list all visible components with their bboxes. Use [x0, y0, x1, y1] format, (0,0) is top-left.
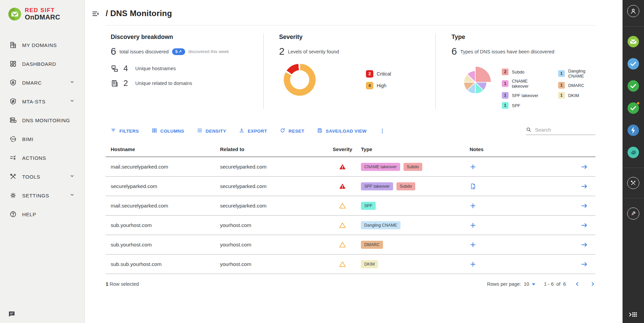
type-legend-item: 1DMARC — [558, 82, 595, 89]
sidebar-item-help[interactable]: HELP — [0, 205, 85, 224]
add-note-icon[interactable] — [470, 222, 476, 229]
tools-app-icon[interactable] — [627, 177, 639, 189]
type-legend-item: 1SPF — [502, 102, 539, 109]
severity-legend-label: High — [377, 83, 386, 88]
severity-legend-label: Critical — [377, 71, 391, 77]
column-header-hostname[interactable]: Hostname — [111, 146, 220, 152]
type-legend-label: DMARC — [568, 83, 584, 88]
related-to-cell: yourhost.com — [220, 242, 324, 248]
column-header-related-to[interactable]: Related to — [220, 146, 324, 152]
brand-logo: RED SIFT OnDMARC — [0, 0, 85, 21]
discovery-stat: 4Unique hostnames — [111, 64, 263, 73]
sidebar-item-dmarc[interactable]: DMARC — [0, 73, 85, 92]
add-note-icon[interactable] — [470, 164, 476, 170]
dns-monitoring-icon — [9, 117, 17, 124]
save-load-view-button[interactable]: SAVE/LOAD VIEW — [317, 128, 367, 134]
table-row[interactable]: mail.securelyparked.comsecurelyparked.co… — [106, 157, 595, 177]
apps-grid-icon[interactable] — [623, 311, 644, 318]
row-detail-arrow-icon[interactable] — [581, 222, 595, 229]
row-detail-arrow-icon[interactable] — [581, 261, 595, 268]
discovery-card-title: Discovery breakdown — [111, 34, 263, 41]
severity-legend-count-badge: 2 — [366, 70, 373, 78]
type-legend-label: CNAME takeover — [512, 79, 539, 89]
table-row[interactable]: securelyparked.comsecurelyparked.comSPF … — [106, 177, 595, 196]
discovery-stat-value: 2 — [123, 79, 128, 88]
row-detail-arrow-icon[interactable] — [581, 163, 595, 171]
column-header-severity[interactable]: Severity — [324, 146, 361, 152]
next-page-icon[interactable] — [590, 281, 595, 287]
reset-icon — [280, 128, 285, 134]
row-detail-arrow-icon[interactable] — [581, 183, 595, 190]
hostname-cell: mail.securelyparked.com — [111, 203, 220, 209]
sidebar-item-label: TOOLS — [22, 174, 40, 180]
hostname-cell: sub.sub.yourhost.com — [111, 261, 220, 267]
related-to-cell: securelyparked.com — [220, 164, 324, 170]
sidebar-item-bimi[interactable]: LOGOBIMI — [0, 130, 85, 148]
severity-card-title: Severity — [279, 34, 435, 41]
type-legend-label: Subdo — [512, 70, 525, 75]
discovery-stat-label: Unique hostnames — [135, 66, 176, 71]
radar-app-icon[interactable] — [627, 146, 639, 158]
sidebar-item-my-domains[interactable]: MY DOMAINS — [0, 36, 85, 54]
filters-button[interactable]: FILTERS — [111, 128, 139, 134]
rocket-app-icon[interactable] — [627, 207, 639, 220]
sidebar-item-actions[interactable]: ACTIONS — [0, 148, 85, 167]
export-button[interactable]: EXPORT — [239, 128, 267, 134]
type-legend: 2Subdo1CNAME takeover1SPF takeover1SPF 1… — [502, 68, 595, 109]
type-count-value: 6 — [451, 46, 457, 57]
toolbar-button-label: DENSITY — [206, 129, 226, 134]
row-detail-arrow-icon[interactable] — [581, 241, 595, 248]
chevron-down-icon — [70, 192, 74, 198]
sidebar-item-dns-monitoring[interactable]: DNS MONITORING — [0, 111, 85, 130]
rows-per-page-select[interactable]: Rows per page: 10 — [487, 281, 535, 287]
toolbar-button-label: RESET — [288, 129, 304, 134]
sidebar-item-dashboard[interactable]: DASHBOARD — [0, 54, 85, 73]
type-chips: DMARC — [361, 241, 470, 249]
view-note-icon[interactable] — [470, 183, 476, 190]
severity-legend-count-badge: 4 — [366, 82, 373, 89]
density-button[interactable]: DENSITY — [197, 128, 226, 134]
type-legend-count-badge: 1 — [502, 92, 508, 99]
sidebar-item-mta-sts[interactable]: MTA-STS — [0, 92, 85, 111]
type-chips: SPF — [361, 202, 470, 210]
table-row[interactable]: mail.securelyparked.comsecurelyparked.co… — [106, 196, 595, 216]
check-green-notify-app-icon[interactable] — [627, 102, 639, 114]
type-legend-item: 1Dangling CNAME — [558, 68, 595, 79]
row-detail-arrow-icon[interactable] — [581, 202, 595, 210]
severity-card: Severity 2 Levels of severity found 2Cri… — [263, 34, 435, 109]
sidebar-item-label: BIMI — [22, 136, 34, 142]
sidebar-item-settings[interactable]: SETTINGS — [0, 186, 85, 205]
column-header-type[interactable]: Type — [361, 146, 470, 152]
account-icon[interactable] — [627, 5, 639, 17]
sidebar-item-tools[interactable]: TOOLS — [0, 167, 85, 186]
table-row[interactable]: sub.sub.yourhost.comyourhost.comDKIM — [106, 255, 595, 274]
add-note-icon[interactable] — [470, 261, 476, 268]
chat-launcher-icon[interactable] — [8, 310, 15, 318]
search-input[interactable] — [535, 127, 595, 133]
rail-divider — [623, 198, 644, 198]
add-note-icon[interactable] — [470, 241, 476, 248]
type-legend-item: 2Subdo — [502, 68, 539, 75]
actions-icon — [9, 154, 17, 162]
table-row[interactable]: sub.yourhost.comyourhost.comDMARC — [106, 235, 595, 255]
hostname-cell: securelyparked.com — [111, 183, 220, 189]
column-header-notes[interactable]: Notes — [470, 146, 570, 152]
ondmarc-app-icon[interactable] — [627, 36, 639, 48]
bolt-app-icon[interactable] — [627, 124, 639, 136]
reset-button[interactable]: RESET — [280, 128, 304, 134]
previous-page-icon[interactable] — [575, 281, 580, 287]
discovery-stat-label: Unique related to domains — [135, 81, 192, 86]
sidebar-item-label: DNS MONITORING — [22, 118, 70, 123]
table-row[interactable]: sub.yourhost.comyourhost.comDangling CNA… — [106, 216, 595, 235]
domains-building-icon — [111, 79, 119, 87]
check-blue-app-icon[interactable] — [627, 58, 639, 70]
add-note-icon[interactable] — [470, 202, 476, 209]
page-header: / DNS Monitoring — [106, 0, 595, 26]
toolbar-button-label: COLUMNS — [160, 129, 184, 134]
columns-button[interactable]: COLUMNS — [152, 128, 184, 134]
sidebar-collapse-icon[interactable] — [92, 10, 99, 17]
filter-icon — [111, 128, 116, 134]
more-options-icon[interactable] — [379, 128, 385, 134]
check-green-app-icon[interactable] — [627, 80, 639, 92]
week-label: discovered this week — [189, 49, 229, 54]
